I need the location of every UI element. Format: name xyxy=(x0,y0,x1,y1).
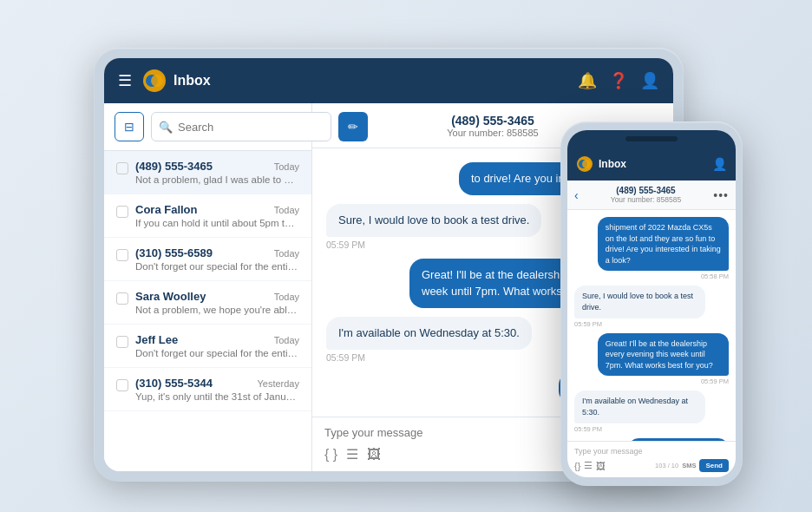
conv-preview: Don't forget our special for the entire … xyxy=(135,261,299,272)
mobile-message-bubble: Great! I'll be at the dealership every e… xyxy=(598,333,729,377)
message-time: 05:59 PM xyxy=(326,240,365,250)
conv-header: (310) 555-5344 Yesterday xyxy=(135,377,299,390)
svg-point-2 xyxy=(151,75,163,87)
conv-name: Jeff Lee xyxy=(135,333,178,346)
chat-title-block: (489) 555-3465 Your number: 858585 xyxy=(447,114,538,138)
template-icon[interactable]: { } xyxy=(324,447,337,463)
conv-header: Sara Woolley Today xyxy=(135,290,299,303)
search-input[interactable] xyxy=(178,121,324,134)
mobile-template-icon[interactable]: {} xyxy=(574,461,580,471)
conv-header: (489) 555-3465 Today xyxy=(135,160,299,173)
mobile-screen: Inbox 👤 ‹ (489) 555-3465 Your number: 85… xyxy=(567,130,736,477)
mobile-send-button[interactable]: Send xyxy=(699,459,729,472)
conversation-item[interactable]: Sara Woolley Today Not a problem, we hop… xyxy=(104,281,311,325)
conv-checkbox[interactable] xyxy=(116,206,128,218)
conversation-item[interactable]: (310) 555-5344 Yesterday Yup, it's only … xyxy=(104,368,311,411)
mobile-account-icon[interactable]: 👤 xyxy=(712,157,727,171)
sidebar: ⊟ 🔍 ✏ (489) 555-3465 Today Not a problem… xyxy=(104,103,312,471)
mobile-message-row: Great! I'll be at the dealership every e… xyxy=(574,333,729,386)
mobile-image-icon[interactable]: 🖼 xyxy=(596,461,606,471)
filter-button[interactable]: ⊟ xyxy=(115,112,144,141)
conv-checkbox[interactable] xyxy=(116,379,128,391)
mobile-notch-bar xyxy=(625,136,678,141)
conversation-item[interactable]: Cora Fallon Today If you can hold it unt… xyxy=(104,194,311,238)
conv-name: (310) 555-6589 xyxy=(135,246,213,259)
conv-preview: Don't forget our special for the entire … xyxy=(135,348,299,358)
attachment-icon[interactable]: ☰ xyxy=(346,446,358,463)
app-header: ☰ Inbox 🔔 ❓ 👤 xyxy=(104,58,673,103)
svg-point-5 xyxy=(582,160,591,168)
conv-header: Jeff Lee Today xyxy=(135,333,299,346)
conv-info: Jeff Lee Today Don't forget our special … xyxy=(135,333,299,358)
conversation-item[interactable]: (489) 555-3465 Today Not a problem, glad… xyxy=(104,151,311,194)
account-icon[interactable]: 👤 xyxy=(640,71,659,90)
mobile-menu-icon[interactable]: ••• xyxy=(713,188,729,202)
image-icon[interactable]: 🖼 xyxy=(367,447,381,463)
mobile-notch xyxy=(567,130,736,148)
conv-header: Cora Fallon Today xyxy=(135,203,299,216)
mobile-message-time: 05:58 PM xyxy=(701,272,729,280)
conv-preview: If you can hold it until about 5pm tonig… xyxy=(135,218,299,228)
conv-info: (489) 555-3465 Today Not a problem, glad… xyxy=(135,160,299,185)
conv-time: Today xyxy=(274,161,299,172)
conversation-list: (489) 555-3465 Today Not a problem, glad… xyxy=(104,151,311,471)
mobile-back-button[interactable]: ‹ xyxy=(574,188,579,202)
mobile-chat-header: ‹ (489) 555-3465 Your number: 858585 ••• xyxy=(567,181,736,210)
conv-checkbox[interactable] xyxy=(116,249,128,261)
notification-icon[interactable]: 🔔 xyxy=(578,71,597,90)
conv-checkbox[interactable] xyxy=(116,336,128,348)
mobile-input-toolbar: {} ☰ 🖼 103 / 10 SMS Send xyxy=(574,459,729,472)
conv-preview: Not a problem, glad I was able to help o… xyxy=(135,174,299,185)
conv-checkbox[interactable] xyxy=(116,162,128,174)
app-title: Inbox xyxy=(174,73,211,89)
conv-time: Today xyxy=(274,205,299,215)
mobile-message-time: 05:59 PM xyxy=(574,320,602,328)
mobile-message-bubble: shipment of 2022 Mazda CX5s on the lot a… xyxy=(598,217,729,271)
menu-icon[interactable]: ☰ xyxy=(118,71,132,90)
mobile-message-row: shipment of 2022 Mazda CX5s on the lot a… xyxy=(574,217,729,280)
message-time: 05:59 PM xyxy=(326,352,365,363)
conv-header: (310) 555-6589 Today xyxy=(135,246,299,259)
mobile-message-row: I'm available on Wednesday at 5:30. 05:5… xyxy=(574,391,729,432)
mobile-chat-phone: (489) 555-3465 xyxy=(582,186,710,195)
conv-name: (310) 555-5344 xyxy=(135,377,213,390)
conv-time: Today xyxy=(274,248,299,259)
mobile-char-count: 103 / 10 xyxy=(609,462,678,469)
mobile-message-bubble: Sure, I would love to book a test drive. xyxy=(574,286,705,318)
conv-name: (489) 555-3465 xyxy=(135,160,213,173)
conversation-item[interactable]: Jeff Lee Today Don't forget our special … xyxy=(104,325,311,368)
logo-container: Inbox xyxy=(142,69,211,93)
conv-time: Today xyxy=(274,335,299,345)
help-icon[interactable]: ❓ xyxy=(609,71,628,90)
conv-time: Yesterday xyxy=(257,378,299,389)
chat-your-number: Your number: 858585 xyxy=(447,128,538,138)
mobile-chat-info: (489) 555-3465 Your number: 858585 xyxy=(582,186,710,204)
mobile-input-placeholder: Type your message xyxy=(574,447,729,456)
mobile-sms-badge: SMS xyxy=(682,462,696,469)
mobile-messages-area: shipment of 2022 Mazda CX5s on the lot a… xyxy=(567,210,736,441)
mobile-message-time: 05:59 PM xyxy=(701,377,729,385)
conv-info: (310) 555-6589 Today Don't forget our sp… xyxy=(135,246,299,272)
message-bubble: I'm available on Wednesday at 5:30. xyxy=(326,317,532,350)
mobile-message-bubble: I'm available on Wednesday at 5:30. xyxy=(574,391,705,423)
conversation-item[interactable]: (310) 555-6589 Today Don't forget our sp… xyxy=(104,238,311,281)
conv-time: Today xyxy=(274,292,299,302)
mobile-header: Inbox 👤 xyxy=(567,148,736,181)
header-icons: 🔔 ❓ 👤 xyxy=(578,71,659,90)
conv-info: Cora Fallon Today If you can hold it unt… xyxy=(135,203,299,228)
conv-name: Cora Fallon xyxy=(135,203,198,216)
message-bubble: Sure, I would love to book a test drive. xyxy=(326,204,541,237)
conv-info: (310) 555-5344 Yesterday Yup, it's only … xyxy=(135,377,299,402)
sidebar-toolbar: ⊟ 🔍 ✏ xyxy=(104,103,311,151)
conv-preview: Yup, it's only until the 31st of January… xyxy=(135,391,299,402)
mobile-attach-icon[interactable]: ☰ xyxy=(584,460,593,471)
search-icon: 🔍 xyxy=(159,121,173,134)
mobile-logo xyxy=(576,155,593,173)
mobile-message-time: 05:59 PM xyxy=(574,425,602,433)
search-box[interactable]: 🔍 xyxy=(151,112,331,141)
conv-checkbox[interactable] xyxy=(116,292,128,305)
mobile-chat-number: Your number: 858585 xyxy=(582,195,710,204)
app-logo xyxy=(142,69,167,93)
conv-preview: Not a problem, we hope you're able to ge… xyxy=(135,305,299,315)
conv-name: Sara Woolley xyxy=(135,290,206,303)
